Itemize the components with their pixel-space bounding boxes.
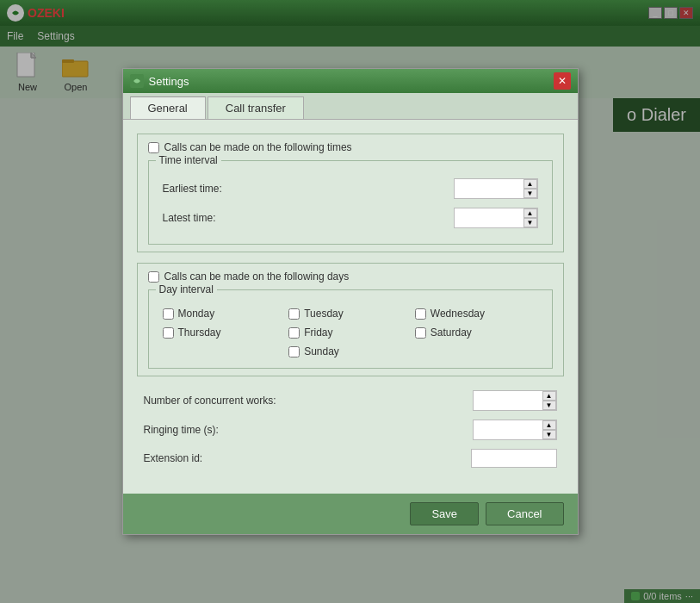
saturday-label[interactable]: Saturday bbox=[431, 326, 472, 339]
ringing-time-up-btn[interactable]: ▲ bbox=[542, 420, 556, 430]
thursday-label[interactable]: Thursday bbox=[178, 326, 221, 339]
earliest-time-label: Earliest time: bbox=[163, 183, 222, 195]
latest-time-up-btn[interactable]: ▲ bbox=[523, 208, 537, 218]
earliest-time-down-btn[interactable]: ▼ bbox=[523, 189, 537, 198]
day-item-sunday: Sunday bbox=[288, 345, 412, 357]
tab-call-transfer-label: Call transfer bbox=[226, 102, 286, 115]
thursday-checkbox[interactable] bbox=[163, 327, 174, 339]
sunday-label[interactable]: Sunday bbox=[304, 345, 339, 357]
earliest-time-up-btn[interactable]: ▲ bbox=[523, 179, 537, 189]
monday-label[interactable]: Monday bbox=[178, 308, 215, 320]
day-item-tuesday: Tuesday bbox=[288, 308, 412, 320]
save-button[interactable]: Save bbox=[410, 502, 479, 525]
days-grid: Monday Tuesday Wednesday bbox=[159, 297, 542, 361]
earliest-time-spinner[interactable]: 0:00 ▲ ▼ bbox=[454, 178, 538, 199]
dialog-tabs: General Call transfer bbox=[123, 93, 578, 120]
tab-general[interactable]: General bbox=[130, 96, 206, 119]
concurrent-works-spinner[interactable]: 1 ▲ ▼ bbox=[473, 390, 557, 411]
earliest-time-row: Earliest time: 0:00 ▲ ▼ bbox=[159, 178, 542, 199]
concurrent-works-up-btn[interactable]: ▲ bbox=[542, 391, 556, 401]
day-item-wednesday: Wednesday bbox=[415, 308, 538, 320]
days-enabled-checkbox[interactable] bbox=[148, 271, 159, 283]
day-interval-section: Day interval Monday Tuesday bbox=[148, 289, 553, 369]
wednesday-checkbox[interactable] bbox=[415, 308, 426, 320]
ringing-time-down-btn[interactable]: ▼ bbox=[542, 430, 556, 439]
ringing-time-label: Ringing time (s): bbox=[144, 424, 219, 436]
saturday-checkbox[interactable] bbox=[415, 327, 426, 339]
time-interval-section: Time interval Earliest time: 0:00 ▲ ▼ bbox=[148, 160, 553, 245]
ringing-time-spinner-buttons: ▲ ▼ bbox=[542, 420, 556, 439]
times-section: Calls can be made on the following times… bbox=[137, 134, 564, 252]
dialog-content: Calls can be made on the following times… bbox=[123, 120, 578, 494]
dialog-close-button[interactable]: ✕ bbox=[554, 72, 571, 90]
days-section: Calls can be made on the following days … bbox=[137, 263, 564, 376]
dialog-title-section: Settings bbox=[130, 74, 189, 88]
latest-time-label: Latest time: bbox=[163, 212, 216, 224]
day-item-saturday: Saturday bbox=[415, 326, 538, 339]
latest-time-spinner[interactable]: 0:00 ▲ ▼ bbox=[454, 208, 538, 228]
friday-checkbox[interactable] bbox=[288, 327, 300, 339]
day-interval-title: Day interval bbox=[156, 283, 217, 295]
latest-time-spinner-buttons: ▲ ▼ bbox=[523, 208, 537, 227]
tab-call-transfer[interactable]: Call transfer bbox=[208, 96, 304, 119]
modal-overlay: Settings ✕ General Call transfer Calls c… bbox=[0, 0, 700, 603]
sunday-checkbox[interactable] bbox=[288, 346, 300, 357]
concurrent-works-spinner-buttons: ▲ ▼ bbox=[542, 391, 556, 410]
cancel-button[interactable]: Cancel bbox=[486, 502, 563, 525]
ringing-time-row: Ringing time (s): 30 ▲ ▼ bbox=[144, 420, 557, 440]
extension-id-row: Extension id: bbox=[144, 449, 557, 468]
settings-dialog: Settings ✕ General Call transfer Calls c… bbox=[122, 68, 579, 535]
times-enabled-checkbox[interactable] bbox=[148, 142, 159, 153]
tuesday-checkbox[interactable] bbox=[288, 308, 300, 320]
day-item-friday: Friday bbox=[288, 326, 412, 339]
latest-time-row: Latest time: 0:00 ▲ ▼ bbox=[159, 208, 542, 228]
bottom-fields: Number of concurrent works: 1 ▲ ▼ Ringin… bbox=[137, 387, 564, 480]
tab-general-label: General bbox=[148, 102, 188, 115]
ringing-time-spinner[interactable]: 30 ▲ ▼ bbox=[473, 420, 557, 440]
concurrent-works-label: Number of concurrent works: bbox=[144, 395, 276, 407]
latest-time-down-btn[interactable]: ▼ bbox=[523, 218, 537, 227]
latest-time-input[interactable]: 0:00 bbox=[455, 208, 523, 227]
ringing-time-input[interactable]: 30 bbox=[474, 420, 542, 439]
dialog-icon bbox=[130, 74, 144, 88]
wednesday-label[interactable]: Wednesday bbox=[431, 308, 485, 320]
dialog-title-text: Settings bbox=[149, 75, 189, 88]
days-checkbox-label[interactable]: Calls can be made on the following days bbox=[164, 270, 350, 283]
day-item-thursday: Thursday bbox=[163, 326, 286, 339]
concurrent-works-input[interactable]: 1 bbox=[474, 391, 542, 410]
dialog-titlebar: Settings ✕ bbox=[123, 69, 578, 93]
tuesday-label[interactable]: Tuesday bbox=[304, 308, 344, 320]
concurrent-works-row: Number of concurrent works: 1 ▲ ▼ bbox=[144, 390, 557, 411]
friday-label[interactable]: Friday bbox=[304, 326, 332, 339]
times-checkbox-label[interactable]: Calls can be made on the following times bbox=[164, 141, 352, 153]
days-checkbox-header: Calls can be made on the following days bbox=[148, 270, 553, 283]
concurrent-works-down-btn[interactable]: ▼ bbox=[542, 401, 556, 410]
times-checkbox-header: Calls can be made on the following times bbox=[148, 141, 553, 153]
day-item-monday: Monday bbox=[163, 308, 286, 320]
monday-checkbox[interactable] bbox=[163, 308, 174, 320]
dialog-footer: Save Cancel bbox=[123, 494, 578, 534]
extension-id-input[interactable] bbox=[471, 449, 557, 468]
extension-id-label: Extension id: bbox=[144, 452, 203, 464]
earliest-time-spinner-buttons: ▲ ▼ bbox=[523, 179, 537, 198]
earliest-time-input[interactable]: 0:00 bbox=[455, 179, 523, 198]
time-interval-title: Time interval bbox=[156, 154, 221, 166]
